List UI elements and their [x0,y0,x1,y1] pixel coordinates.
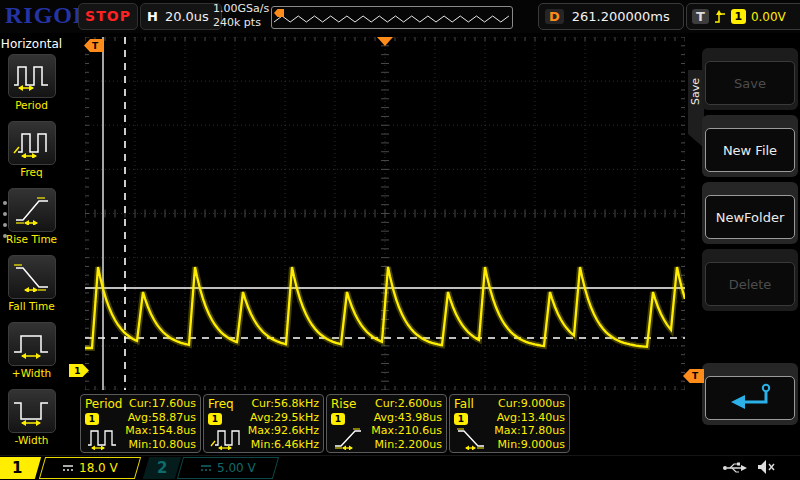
freq-icon [210,427,246,450]
preview-waveform [272,7,510,26]
waveform-preview [271,6,513,29]
horizontal-timebase-readout: H 20.0us [140,3,222,30]
channel-badge: 1 [208,413,222,425]
system-icons [722,459,776,475]
fall-icon [456,427,492,450]
trigger-slope-icon [714,9,726,25]
back-button-group [702,363,798,425]
back-button[interactable] [705,376,795,420]
waveform-plot [85,37,685,390]
delay-readout: D 261.200000ms [538,3,684,30]
channel2-scale-readout[interactable]: 5.00 V [177,457,279,479]
memory-depth: 240k pts [213,16,269,30]
trigger-position-triangle[interactable] [377,37,393,46]
measurement-box-freq: Freq 1 Cur:56.8kHz Avg:29.5kHz Max:92.6k… [203,394,324,453]
sample-rate: 1.00GSa/s [213,2,269,16]
menu-item-pos-width[interactable]: +Width [0,322,63,379]
measurement-values: Cur:56.8kHz Avg:29.5kHz Max:92.6kHz Min:… [248,397,319,451]
return-arrow-icon [722,382,778,414]
t-label: T [692,9,709,24]
rise-time-icon [12,195,52,225]
measure-menu: Horizontal Period Freq [0,33,63,455]
usb-icon [722,460,748,475]
new-folder-button[interactable]: NewFolder [705,195,795,239]
new-file-button-group: New File [702,115,798,177]
save-menu: Save Save New File NewFolder Delete [688,33,800,455]
measure-menu-title: Horizontal [0,37,63,51]
channel-badge: 1 [331,413,345,425]
measurement-values: Cur:2.600us Avg:43.98us Max:210.6us Min:… [371,397,442,451]
trigger-readout: T 1 0.00V [686,3,800,30]
speaker-muted-icon [756,459,776,475]
neg-width-icon [12,396,52,426]
delay-value: 261.200000ms [572,9,670,24]
graticule-display [85,37,685,390]
channel-status-bar: 1 18.0 V 2 5.00 V [0,455,800,480]
new-folder-button-group: NewFolder [702,182,798,244]
menu-item-rise-time[interactable]: Rise Time [0,188,63,245]
freq-icon [12,128,52,158]
acquisition-readout: 1.00GSa/s 240k pts [213,2,269,30]
fall-time-icon [12,262,52,292]
d-label: D [545,9,564,24]
period-icon [87,427,123,450]
delete-button-group: Delete [702,249,798,311]
h-label: H [147,9,158,24]
menu-item-period[interactable]: Period [0,54,63,111]
measurement-box-rise: Rise 1 Cur:2.600us Avg:43.98us Max:210.6… [326,394,447,453]
dc-coupling-icon [63,465,73,471]
run-state-badge: STOP [78,3,138,30]
top-status-bar: RIGOL STOP H 20.0us 1.00GSa/s 240k pts D… [0,0,800,33]
menu-item-fall-time[interactable]: Fall Time [0,255,63,312]
measurement-values: Cur:17.60us Avg:58.87us Max:154.8us Min:… [125,397,196,451]
channel-badge: 1 [85,413,99,425]
period-icon [12,61,52,91]
menu-item-neg-width[interactable]: -Width [0,389,63,446]
timebase-value: 20.0us [165,9,209,24]
save-button-group: Save [702,48,798,110]
rise-icon [333,427,369,450]
trigger-level-value: 0.00V [751,10,786,24]
measurement-box-period: Period 1 Cur:17.60us Avg:58.87us Max:154… [80,394,201,453]
dc-coupling-icon [201,465,211,471]
measurement-values: Cur:9.000us Avg:13.40us Max:17.80us Min:… [494,397,565,451]
delete-button[interactable]: Delete [705,262,795,306]
pos-width-icon [12,329,52,359]
channel1-scale-readout[interactable]: 18.0 V [39,457,141,479]
trigger-level-tag[interactable]: T [683,369,704,383]
channel1-badge[interactable]: 1 [0,457,41,479]
save-button[interactable]: Save [705,61,795,105]
menu-item-freq[interactable]: Freq [0,121,63,178]
trigger-source-badge: 1 [731,9,746,24]
channel-badge: 1 [454,413,468,425]
measurement-box-fall: Fall 1 Cur:9.000us Avg:13.40us Max:17.80… [449,394,570,453]
channel2-badge[interactable]: 2 [143,457,181,479]
new-file-button[interactable]: New File [705,128,795,172]
oscilloscope-screen: RIGOL STOP H 20.0us 1.00GSa/s 240k pts D… [0,0,800,480]
